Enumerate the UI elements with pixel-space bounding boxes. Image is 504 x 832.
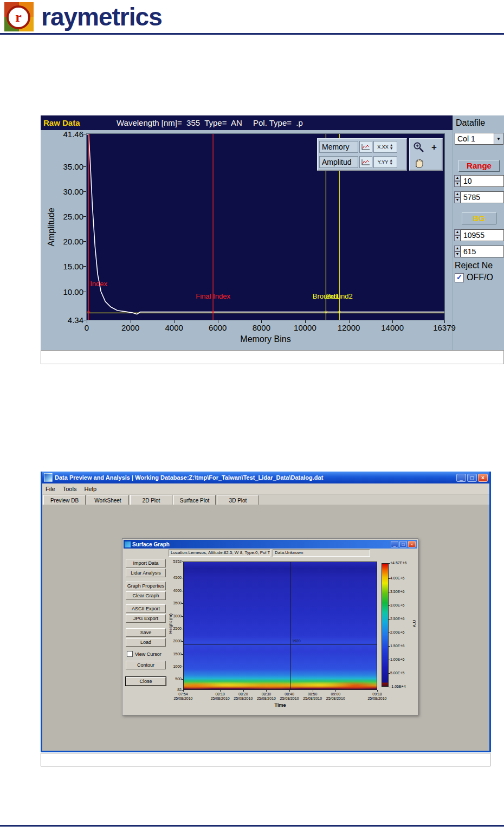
range-start-spinner[interactable]: ▲ ▼ 10	[454, 175, 504, 187]
x-lock-arrows[interactable]: ▲ ▼	[390, 144, 393, 150]
save-button[interactable]: Save	[126, 628, 166, 637]
close-button[interactable]: ×	[478, 474, 488, 482]
import-data-button[interactable]: Import Data	[126, 559, 166, 567]
graph-properties-button[interactable]: Graph Properties	[126, 582, 166, 590]
x-tick-label: 8000	[242, 323, 280, 332]
zoom-tool-icon[interactable]	[413, 141, 425, 156]
spin-down-icon[interactable]: ▼	[454, 197, 461, 203]
checkbox-unchecked-icon[interactable]	[127, 651, 133, 657]
contour-button[interactable]: Contour	[126, 661, 166, 669]
y-tick-mark	[182, 667, 183, 667]
spin-up-icon[interactable]: ▲	[454, 191, 461, 197]
spinner-arrows[interactable]: ▲ ▼	[454, 229, 461, 241]
spin-down-icon[interactable]: ▼	[454, 235, 461, 241]
app-window-figure: Data Preview and Analysis | Working Data…	[41, 472, 491, 766]
spinner-arrows[interactable]: ▲ ▼	[454, 191, 461, 203]
raw-plot-title: Raw Data	[43, 118, 80, 127]
y-lock-arrows[interactable]: ▲ ▼	[389, 159, 393, 165]
spin-down-icon[interactable]: ▼	[389, 162, 393, 165]
surface-graph-titlebar[interactable]: Surface Graph _ □ ×	[124, 540, 417, 549]
view-cursor-checkbox[interactable]: View Cursor	[127, 651, 161, 657]
y-autoscale-lock[interactable]: Y.YY ▲ ▼	[373, 156, 397, 168]
minimize-button[interactable]: _	[456, 474, 466, 482]
caption-strip	[41, 350, 504, 364]
y-tick-label: 25.00	[55, 212, 83, 221]
bg-count-value[interactable]: 615	[461, 246, 504, 257]
reject-option-label: OFF/O	[467, 273, 493, 282]
x-tick-mark	[87, 320, 87, 323]
y-tick-mark	[182, 641, 183, 642]
ascii-export-button[interactable]: ASCII Export	[126, 604, 166, 613]
cursor-horizontal-line	[184, 644, 377, 644]
magnifier-icon	[413, 141, 425, 153]
bg-start-value[interactable]: 10955	[461, 229, 504, 241]
colorbar-tick-mark	[389, 633, 390, 633]
spin-up-icon[interactable]: ▲	[454, 246, 461, 251]
x-tick-label: 4000	[155, 323, 193, 332]
dropdown-arrow-icon[interactable]: ▼	[494, 133, 503, 144]
spinner-arrows[interactable]: ▲ ▼	[454, 246, 461, 257]
maximize-button[interactable]: □	[467, 474, 477, 482]
spin-down-icon[interactable]: ▼	[390, 147, 393, 150]
surface-heatmap[interactable]: 1920	[183, 562, 377, 690]
x-tick-label: 12000	[330, 323, 368, 332]
height-tick-label: 4000	[166, 589, 182, 592]
time-tick-label: 08:30	[255, 692, 277, 696]
spin-down-icon[interactable]: ▼	[454, 181, 461, 187]
mini-graph-icon	[361, 158, 371, 166]
lidar-analysis-button[interactable]: Lidar Analysis	[126, 569, 166, 577]
close-surface-button[interactable]: Close	[126, 677, 166, 686]
y-tick-mark	[182, 562, 183, 562]
date-tick-label: 25/08/2010	[324, 696, 347, 700]
reject-toggle[interactable]: ✓ OFF/O	[455, 273, 493, 282]
close-button[interactable]: ×	[408, 541, 416, 547]
x-tick-mark	[174, 320, 175, 323]
range-start-value[interactable]: 10	[461, 175, 504, 187]
x-tick-mark	[313, 690, 313, 692]
y-tick-label: 4.34	[55, 315, 83, 325]
x-tick-mark	[218, 320, 218, 323]
menu-help[interactable]: Help	[84, 486, 96, 492]
jpg-export-button[interactable]: JPG Export	[126, 614, 166, 623]
spin-up-icon[interactable]: ▲	[454, 229, 461, 235]
menu-file[interactable]: File	[46, 486, 55, 492]
bg-start-spinner[interactable]: ▲ ▼ 10955	[454, 229, 504, 241]
time-tick-label: 08:10	[209, 692, 231, 696]
colorbar-tick-label: 3.50E+6	[390, 590, 414, 594]
window-title: Data Preview and Analysis | Working Data…	[55, 474, 454, 481]
header-rule	[0, 33, 504, 35]
height-tick-label: 3500	[166, 601, 182, 605]
x-autoscale-lock[interactable]: X.XX ▲ ▼	[373, 141, 397, 153]
range-end-spinner[interactable]: ▲ ▼ 5785	[454, 191, 504, 203]
load-button[interactable]: Load	[126, 638, 166, 647]
height-tick-label: 2500	[166, 627, 182, 630]
pol-type-info: Pol. Type= .p	[253, 118, 303, 127]
colorbar-tick-label: 5.00E+5	[390, 671, 414, 675]
minimize-button[interactable]: _	[391, 541, 398, 547]
checkbox-checked-icon[interactable]: ✓	[455, 273, 464, 282]
datafile-select[interactable]: Col 1 ▼	[455, 133, 503, 145]
date-tick-label: 25/08/2010	[277, 696, 301, 700]
y-axis-scale-icon[interactable]	[359, 156, 372, 168]
window-titlebar[interactable]: Data Preview and Analysis | Working Data…	[42, 472, 489, 483]
x-axis-scale-icon[interactable]	[359, 141, 372, 153]
pan-hand-icon[interactable]	[414, 157, 425, 171]
y-tick-mark	[83, 241, 86, 242]
maximize-button[interactable]: □	[399, 541, 407, 547]
x-tick-label: 14000	[373, 323, 411, 332]
menu-tools[interactable]: Tools	[63, 486, 77, 492]
y-tick-label: 10.00	[55, 287, 83, 296]
y-tick-mark	[83, 266, 86, 267]
range-end-value[interactable]: 5785	[461, 191, 504, 203]
bg-count-spinner[interactable]: ▲ ▼ 615	[454, 246, 504, 257]
spinner-arrows[interactable]: ▲ ▼	[454, 175, 461, 187]
zoom-plus-icon[interactable]: +	[431, 142, 437, 153]
spin-down-icon[interactable]: ▼	[454, 251, 461, 257]
time-tick-label: 08:20	[232, 692, 254, 696]
clear-graph-button[interactable]: Clear Graph	[126, 591, 166, 600]
spin-up-icon[interactable]: ▲	[454, 175, 461, 181]
footer-rule	[0, 825, 504, 827]
y-tick-label: 20.00	[55, 237, 83, 246]
y-tick-label: 30.00	[55, 187, 83, 196]
y-tick-mark	[182, 616, 183, 617]
